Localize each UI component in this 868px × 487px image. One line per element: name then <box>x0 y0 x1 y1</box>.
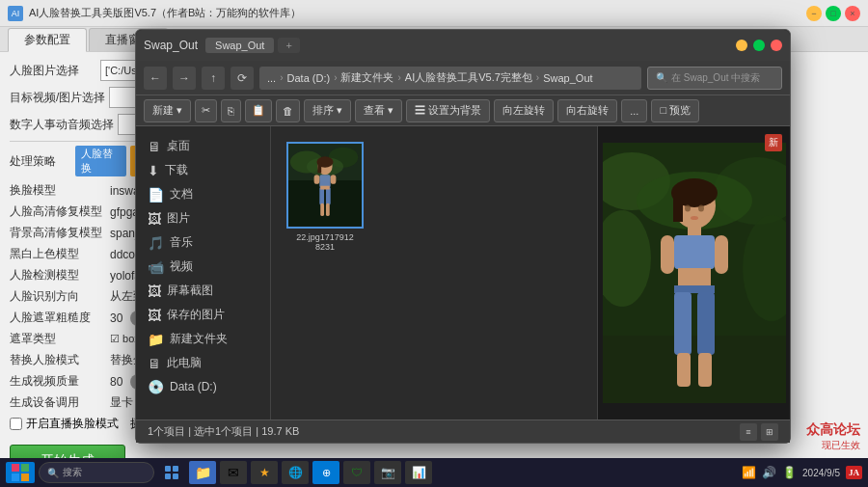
start-button[interactable]: 开始生成 <box>10 445 125 458</box>
explorer-minimize[interactable] <box>736 40 747 51</box>
taskbar-app-star[interactable]: ★ <box>251 461 278 484</box>
tray-volume-icon[interactable]: 🔊 <box>762 466 776 479</box>
rotate-left-button[interactable]: 向左旋转 <box>494 99 554 122</box>
taskbar-app-explorer[interactable]: 📁 <box>189 461 216 484</box>
task-view-button[interactable] <box>158 461 185 484</box>
explorer-status-bar: 1个项目 | 选中1个项目 | 19.7 KB ≡ ⊞ <box>136 419 790 443</box>
tray-battery-icon[interactable]: 🔋 <box>782 466 797 479</box>
svg-rect-10 <box>331 176 337 185</box>
nav-back[interactable]: ← <box>144 67 167 90</box>
camera-icon: 📷 <box>381 466 395 479</box>
tray-time[interactable]: 2024/9/5 <box>802 468 840 478</box>
tab-params[interactable]: 参数配置 <box>8 28 87 52</box>
sidebar-screenshots[interactable]: 🖼 屏幕截图 <box>136 279 270 303</box>
paste-button[interactable]: 📋 <box>245 99 272 122</box>
sidebar-new-folder-label: 新建文件夹 <box>170 331 228 347</box>
file-explorer[interactable]: Swap_Out Swap_Out + ← → ↑ ⟳ <box>135 29 791 444</box>
explorer-maximize[interactable] <box>753 40 765 51</box>
windows-icon <box>12 464 29 481</box>
status-count: 1个项目 | 选中1个项目 | 19.7 KB <box>148 424 299 439</box>
taskbar-app-chart[interactable]: 📊 <box>405 461 432 484</box>
close-button[interactable]: × <box>845 6 860 21</box>
sidebar-data-drive[interactable]: 💿 Data (D:) <box>136 375 270 398</box>
taskbar-app-browser[interactable]: 🌐 <box>282 461 309 484</box>
copy-button[interactable]: ⎘ <box>221 99 241 122</box>
ja-logo: JA <box>846 466 862 479</box>
sidebar-pictures[interactable]: 🖼 图片 <box>136 206 270 230</box>
device-value: 显卡 <box>110 394 133 411</box>
file-thumb-svg <box>288 144 362 227</box>
sidebar-music[interactable]: 🎵 音乐 <box>136 230 270 255</box>
svg-point-38 <box>691 216 698 220</box>
delete-button[interactable]: 🗑 <box>276 99 300 122</box>
video-quality-value: 80 <box>110 375 122 389</box>
sidebar-saved-label: 保存的图片 <box>167 307 225 323</box>
sidebar-documents[interactable]: 📄 文档 <box>136 182 270 206</box>
folder-icon: 📁 <box>148 332 164 347</box>
this-pc-icon: 🖥 <box>148 356 161 371</box>
svg-rect-7 <box>317 162 321 173</box>
view-button[interactable]: 查看 ▾ <box>355 99 402 122</box>
nav-up[interactable]: ↑ <box>202 67 225 90</box>
view-buttons: ≡ ⊞ <box>740 423 778 441</box>
taskbar-apps: 📁 ✉ ★ 🌐 ⊕ 🛡 📷 📊 <box>189 461 738 484</box>
taskbar-tray: 📶 🔊 🔋 2024/9/5 JA <box>742 466 862 479</box>
bg-restore-label: 背景高清修复模型 <box>10 225 106 241</box>
address-bar[interactable]: ... › Data (D:) › 新建文件夹 › AI人脸替换工具V5.7完整… <box>259 67 641 90</box>
sidebar-saved-pictures[interactable]: 🖼 保存的图片 <box>136 303 270 327</box>
video-quality-label: 生成视频质量 <box>10 373 106 390</box>
file-item-22jpg[interactable]: 22.jpg17179128231 <box>286 142 364 404</box>
explorer-action-bar: 新建 ▾ ✂ ⎘ 📋 🗑 排序 ▾ 查看 ▾ ☰ 设置为背景 向左旋转 向右旋转… <box>136 95 790 126</box>
live-mode-checkbox[interactable] <box>10 418 22 430</box>
screenshots-icon: 🖼 <box>148 284 161 299</box>
taskbar-search-label: 搜索 <box>63 466 82 479</box>
minimize-button[interactable]: − <box>806 6 822 21</box>
svg-rect-39 <box>12 464 19 472</box>
svg-rect-35 <box>715 235 728 274</box>
new-button[interactable]: 新建 ▾ <box>144 99 191 122</box>
sidebar-this-pc-label: 此电脑 <box>167 355 202 371</box>
sidebar-new-folder[interactable]: 📁 新建文件夹 <box>136 327 270 351</box>
maximize-button[interactable]: □ <box>826 6 841 21</box>
sidebar-videos-label: 视频 <box>170 258 193 275</box>
grid-view-btn[interactable]: ⊞ <box>761 423 778 441</box>
taskbar-search[interactable]: 🔍 搜索 <box>39 462 154 483</box>
sidebar-downloads-label: 下载 <box>165 162 188 178</box>
nav-refresh[interactable]: ⟳ <box>231 67 254 90</box>
sidebar-videos[interactable]: 📹 视频 <box>136 255 270 279</box>
sidebar-downloads[interactable]: ⬇ 下载 <box>136 158 270 182</box>
taskbar-app-camera[interactable]: 📷 <box>374 461 401 484</box>
set-background-button[interactable]: ☰ 设置为背景 <box>406 99 490 122</box>
sidebar-desktop[interactable]: 🖥 桌面 <box>136 134 270 158</box>
svg-rect-22 <box>603 336 786 403</box>
title-bar-left: AI AI人脸替换工具美版图V5.7（作者B站：万能狗的软件库） <box>8 6 301 21</box>
device-label: 生成设备调用 <box>10 394 106 411</box>
cut-button[interactable]: ✂ <box>195 99 217 122</box>
live-mode-label: 开启直播换脸模式 <box>26 416 119 432</box>
file-name-22jpg: 22.jpg17179128231 <box>296 232 354 252</box>
tray-time-value: 2024/9/5 <box>802 468 840 478</box>
more-button[interactable]: ... <box>621 99 647 122</box>
taskbar-app-mail[interactable]: ✉ <box>220 461 247 484</box>
explorer-search[interactable]: 🔍 在 Swap_Out 中搜索 <box>647 67 782 90</box>
colorize-model-label: 黑白上色模型 <box>10 246 106 262</box>
taskbar-app-shield[interactable]: 🛡 <box>343 461 370 484</box>
list-view-btn[interactable]: ≡ <box>740 423 757 441</box>
preview-checkbox[interactable]: □ 预览 <box>651 99 699 122</box>
explorer-toolbar: ← → ↑ ⟳ ... › Data (D:) › 新建文件夹 › AI人脸替换… <box>136 61 790 95</box>
window-controls: − □ × <box>806 6 860 21</box>
explorer-close[interactable] <box>771 40 782 51</box>
swap-model-label: 换脸模型 <box>10 182 106 199</box>
explorer-tab-new[interactable]: + <box>278 38 299 53</box>
rotate-right-button[interactable]: 向右旋转 <box>557 99 617 122</box>
taskbar-app-store[interactable]: ⊕ <box>312 461 339 484</box>
sort-button[interactable]: 排序 ▾ <box>304 99 351 122</box>
sidebar-this-pc[interactable]: 🖥 此电脑 <box>136 351 270 375</box>
nav-forward[interactable]: → <box>173 67 196 90</box>
taskbar-search-icon: 🔍 <box>47 468 59 478</box>
downloads-icon: ⬇ <box>148 163 159 178</box>
explorer-tab-active[interactable]: Swap_Out <box>205 38 274 53</box>
start-menu-button[interactable] <box>6 462 35 483</box>
tray-network-icon[interactable]: 📶 <box>742 466 756 479</box>
strategy-face-swap[interactable]: 人脸替换 <box>75 146 126 176</box>
